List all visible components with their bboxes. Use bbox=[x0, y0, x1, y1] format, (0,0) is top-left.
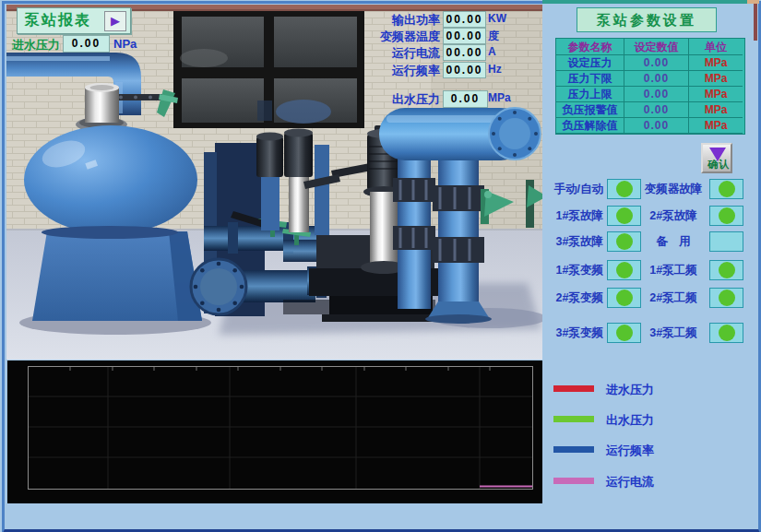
confirm-button-label: 确认 bbox=[707, 158, 730, 171]
lamp-pump2-vfd bbox=[607, 288, 641, 308]
trend-chart bbox=[7, 361, 542, 503]
legend-label-inlet: 进水压力 bbox=[606, 382, 654, 398]
legend-label-frequency: 运行频率 bbox=[606, 443, 654, 459]
inlet-pressure-value: 0.00 bbox=[63, 35, 110, 53]
parameter-table: 参数名称 设定数值 单位 设定压力 0.00 MPa 压力下限 0.00 MPa… bbox=[555, 38, 745, 135]
param-row-unit: MPa bbox=[689, 118, 743, 134]
run-frequency-unit: Hz bbox=[488, 63, 502, 76]
param-row-unit: MPa bbox=[689, 87, 743, 102]
indicator-label-pump2-vfd: 2#泵变频 bbox=[541, 288, 603, 308]
indicator-label-pump2-fault: 2#泵故障 bbox=[640, 206, 707, 226]
run-frequency-value: 00.00 bbox=[443, 62, 486, 78]
param-row-unit: MPa bbox=[689, 71, 743, 87]
outlet-pressure-value: 0.00 bbox=[443, 90, 488, 108]
lamp-vfd-fault bbox=[709, 179, 743, 199]
indicator-label-spare: 备 用 bbox=[640, 231, 707, 252]
param-row-name: 压力上限 bbox=[556, 87, 624, 102]
legend-label-current: 运行电流 bbox=[606, 474, 654, 491]
edge-accent bbox=[754, 4, 757, 41]
lamp-circle bbox=[616, 181, 633, 197]
indicator-label-pump3-vfd: 3#泵变频 bbox=[541, 323, 603, 343]
lamp-manual-auto bbox=[607, 179, 641, 199]
panel-top-strip bbox=[542, 0, 747, 4]
lamp-circle bbox=[719, 290, 735, 306]
report-button-label: 泵站报表 bbox=[25, 11, 104, 30]
param-row-value[interactable]: 0.00 bbox=[624, 71, 689, 87]
legend-label-outlet: 出水压力 bbox=[606, 412, 654, 429]
legend-swatch-current bbox=[553, 478, 594, 484]
indicator-label-manual-auto: 手动/自动 bbox=[541, 179, 603, 199]
lamp-pump1-fault bbox=[607, 206, 641, 226]
output-power-label: 输出功率 bbox=[374, 12, 440, 29]
inverter-temp-value: 00.00 bbox=[443, 28, 486, 44]
run-current-label: 运行电流 bbox=[374, 45, 440, 62]
param-row-unit: MPa bbox=[689, 55, 743, 71]
tank-pedestal bbox=[32, 226, 202, 321]
lamp-circle bbox=[616, 233, 633, 250]
run-current-unit: A bbox=[488, 45, 496, 58]
lamp-circle bbox=[616, 290, 633, 306]
lamp-circle bbox=[616, 262, 633, 278]
param-row-name: 负压解除值 bbox=[556, 118, 624, 134]
col-header-value: 设定数值 bbox=[624, 39, 689, 55]
report-arrow-icon[interactable]: ▶ bbox=[104, 11, 126, 31]
param-row-unit: MPa bbox=[689, 102, 743, 118]
lamp-pump2-mains bbox=[709, 288, 743, 308]
indicator-label-pump1-fault: 1#泵故障 bbox=[541, 206, 603, 226]
lamp-circle bbox=[719, 207, 735, 224]
lamp-circle bbox=[719, 325, 735, 341]
param-row-value[interactable]: 0.00 bbox=[624, 87, 689, 102]
param-row-name: 负压报警值 bbox=[556, 102, 624, 118]
lamp-circle bbox=[719, 262, 735, 278]
legend-swatch-frequency bbox=[553, 446, 594, 453]
lamp-pump3-vfd bbox=[607, 323, 641, 343]
plot-border bbox=[29, 367, 533, 490]
legend-swatch-inlet bbox=[553, 385, 594, 392]
outlet-pressure-unit: MPa bbox=[488, 91, 511, 104]
indicator-label-pump1-mains: 1#泵工频 bbox=[640, 260, 707, 280]
inverter-temp-label: 变频器温度 bbox=[374, 29, 440, 45]
indicator-label-pump2-mains: 2#泵工频 bbox=[640, 288, 707, 308]
lamp-pump1-vfd bbox=[607, 260, 641, 280]
indicator-label-pump1-vfd: 1#泵变频 bbox=[541, 260, 603, 280]
axis-ticks bbox=[70, 367, 490, 371]
lamp-pump1-mains bbox=[709, 260, 743, 280]
col-header-name: 参数名称 bbox=[556, 39, 624, 55]
lamp-pump3-fault bbox=[607, 231, 641, 252]
param-row-value[interactable]: 0.00 bbox=[624, 55, 689, 71]
run-frequency-label: 运行频率 bbox=[374, 63, 440, 79]
param-row-name: 压力下限 bbox=[556, 71, 624, 87]
lamp-circle bbox=[616, 325, 633, 341]
chart-grid bbox=[29, 367, 532, 489]
riser-pipes bbox=[393, 143, 492, 324]
confirm-button[interactable]: 确认 bbox=[701, 143, 732, 173]
lamp-spare-empty bbox=[709, 231, 743, 252]
param-row-value[interactable]: 0.00 bbox=[624, 102, 689, 118]
inlet-pressure-unit: NPa bbox=[113, 37, 137, 51]
indicator-label-pump3-fault: 3#泵故障 bbox=[541, 231, 603, 252]
window bbox=[173, 11, 364, 128]
lamp-circle bbox=[719, 181, 735, 197]
output-power-unit: KW bbox=[488, 12, 506, 25]
param-row-value[interactable]: 0.00 bbox=[624, 118, 689, 134]
inlet-pressure-label: 进水压力 bbox=[12, 37, 60, 53]
lamp-pump2-fault bbox=[709, 206, 743, 226]
indicator-label-pump3-mains: 3#泵工频 bbox=[640, 323, 707, 343]
outlet-pressure-label: 出水压力 bbox=[374, 91, 440, 108]
settings-panel-title: 泵站参数设置 bbox=[577, 7, 717, 32]
indicator-label-vfd-fault: 变频器故障 bbox=[640, 179, 707, 199]
param-row-name: 设定压力 bbox=[556, 55, 624, 71]
lamp-pump3-mains bbox=[709, 323, 743, 343]
legend-swatch-outlet bbox=[553, 416, 594, 422]
inverter-temp-unit: 度 bbox=[488, 29, 499, 44]
header-tank bbox=[379, 108, 541, 160]
col-header-unit: 单位 bbox=[689, 39, 743, 55]
lamp-circle bbox=[616, 207, 633, 224]
report-button[interactable]: 泵站报表 ▶ bbox=[17, 7, 131, 34]
run-current-value: 00.00 bbox=[443, 44, 486, 61]
output-power-value: 00.00 bbox=[443, 11, 486, 28]
